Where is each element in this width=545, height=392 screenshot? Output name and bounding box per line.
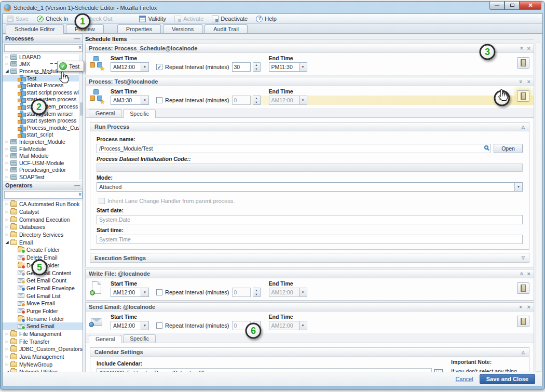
collapse-arrow-icon[interactable]: ◢: [4, 69, 10, 73]
start-time-select[interactable]: AM3:30 ▼: [111, 96, 149, 105]
repeat-interval-checkbox[interactable]: [156, 64, 162, 70]
expand-arrow-icon[interactable]: ▷: [4, 140, 10, 144]
calendar-button[interactable]: [517, 282, 529, 294]
tree-item-filemodule[interactable]: ▷FileModule: [3, 145, 83, 153]
tab-versions[interactable]: Versions: [163, 24, 202, 33]
collapse-panel-icon[interactable]: —: [74, 35, 80, 42]
expand-arrow-icon[interactable]: ▷: [4, 233, 10, 237]
collapse-panel-icon[interactable]: —: [74, 182, 80, 188]
expand-arrow-icon[interactable]: ▷: [4, 62, 10, 66]
help-button[interactable]: Help: [256, 16, 277, 22]
tree-item-file-management[interactable]: ▷File Management: [3, 330, 83, 338]
collapse-arrow-icon[interactable]: ◢: [4, 240, 10, 245]
minimize-button[interactable]: —: [489, 2, 505, 10]
dataset-code-button[interactable]: ...: [97, 164, 523, 172]
tree-item-create-folder[interactable]: Create Folder: [3, 246, 83, 254]
tab-audit-trail[interactable]: Audit Trail: [205, 24, 248, 33]
operators-panel-header[interactable]: Operators —: [3, 181, 83, 190]
start-time-select[interactable]: AM12:00 ▼: [111, 288, 149, 297]
expand-arrow-icon[interactable]: ▷: [4, 347, 10, 351]
tab-schedule-editor[interactable]: Schedule Editor: [6, 24, 64, 34]
expand-arrow-icon[interactable]: ▷: [4, 161, 10, 165]
clear-search-icon[interactable]: ×: [78, 192, 81, 197]
open-button[interactable]: Open: [494, 144, 523, 153]
chevron-down-icon[interactable]: ▼: [141, 321, 148, 330]
tree-item-procsdesign-editor[interactable]: ▷Procsdesign_editor: [3, 167, 83, 174]
tree-item-network-utilities[interactable]: ◢Network Utilities: [3, 368, 83, 372]
start-date-input[interactable]: [97, 215, 523, 224]
operators-search-input[interactable]: [4, 191, 83, 199]
chevron-down-icon[interactable]: ▼: [141, 96, 148, 104]
tab-general[interactable]: General: [89, 335, 121, 343]
expand-panel-icon[interactable]: ▽: [522, 255, 525, 260]
close-button[interactable]: ✕: [520, 2, 541, 10]
processes-panel-header[interactable]: Processes —: [3, 34, 83, 43]
deactivate-button[interactable]: Deactivate: [212, 16, 248, 22]
collapse-panel-icon[interactable]: △: [522, 125, 525, 129]
repeat-interval-input[interactable]: [232, 288, 251, 297]
expand-arrow-icon[interactable]: ▷: [4, 202, 10, 206]
calendar-button[interactable]: [517, 316, 529, 327]
include-calendar-input[interactable]: [97, 368, 432, 372]
cancel-link[interactable]: Cancel: [455, 376, 473, 382]
expand-arrow-icon[interactable]: ▷: [4, 362, 10, 367]
clear-search-icon[interactable]: ×: [78, 45, 81, 50]
validity-button[interactable]: Validity: [139, 16, 166, 22]
tree-item-command-execution[interactable]: ▷Command Execution: [3, 215, 83, 223]
start-time-input[interactable]: [97, 235, 523, 244]
tree-item-start-system-process[interactable]: start system process: [3, 117, 83, 124]
expand-arrow-icon[interactable]: ▷: [4, 168, 10, 172]
calendar-button[interactable]: [517, 90, 529, 102]
tree-item-email[interactable]: ◢Email: [3, 238, 83, 246]
tree-item-file-transfer[interactable]: ▷File Transfer: [3, 337, 83, 345]
end-time-select[interactable]: PM11:30 ▼: [269, 62, 307, 72]
tree-item-ucf-usm-module[interactable]: ▷UCF-USM-Module: [3, 159, 83, 167]
tree-item-jdbc-custom-operators[interactable]: ▷JDBC_Custom_Operators: [3, 345, 83, 353]
process-name-input[interactable]: [97, 144, 491, 153]
inherit-lane-change-checkbox[interactable]: [99, 198, 105, 204]
collapse-section-icon[interactable]: »: [519, 80, 524, 83]
tree-item-ldapad[interactable]: ▷LDAPAD: [3, 53, 83, 61]
expand-arrow-icon[interactable]: ▷: [4, 55, 10, 59]
tree-item-purge-folder[interactable]: Purge Folder: [3, 307, 83, 315]
activate-button[interactable]: Activate: [174, 16, 203, 22]
end-time-select[interactable]: AM12:00 ▼: [269, 96, 307, 105]
maximize-button[interactable]: [505, 2, 520, 10]
tree-item-ca-automated-run-book[interactable]: ▷CA Automated Run Book: [3, 200, 83, 208]
expand-arrow-icon[interactable]: ▷: [4, 147, 10, 151]
start-time-select[interactable]: AM12:00 ▼: [111, 321, 149, 330]
tree-item-test[interactable]: Test: [3, 75, 83, 82]
tree-item-global-process[interactable]: Global Process: [3, 82, 83, 89]
main-scrollbar[interactable]: [536, 43, 541, 372]
repeat-spinner[interactable]: ▲▼: [253, 288, 261, 297]
chevron-down-icon[interactable]: ▼: [514, 183, 522, 191]
collapse-section-icon[interactable]: »: [519, 272, 524, 275]
tree-item-move-email[interactable]: Move Email: [3, 300, 83, 307]
tree-item-databases[interactable]: ▷Databases: [3, 223, 83, 231]
repeat-spinner[interactable]: ▲▼: [253, 96, 261, 105]
execution-settings-bar[interactable]: Execution Settings ▽: [90, 253, 529, 263]
expand-arrow-icon[interactable]: ▷: [4, 355, 10, 359]
remove-section-icon[interactable]: ×: [527, 78, 530, 85]
save-button[interactable]: Save: [7, 16, 29, 22]
tree-item-java-management[interactable]: ▷Java Management: [3, 353, 83, 361]
chevron-down-icon[interactable]: ▼: [299, 63, 307, 71]
start-time-select[interactable]: AM12:00 ▼: [111, 62, 149, 72]
remove-section-icon[interactable]: ×: [527, 271, 530, 277]
check-in-button[interactable]: Check In: [37, 16, 68, 22]
tree-item-start-script[interactable]: start_script: [3, 131, 83, 139]
calendar-button[interactable]: [517, 57, 529, 69]
chevron-down-icon[interactable]: ▼: [141, 63, 148, 71]
expand-arrow-icon[interactable]: ▷: [4, 154, 10, 158]
repeat-interval-checkbox[interactable]: [156, 97, 162, 103]
collapse-panel-icon[interactable]: △: [522, 350, 525, 355]
tab-general[interactable]: General: [89, 109, 121, 117]
tree-item-start-script-process-wi[interactable]: start script process wi: [3, 89, 83, 96]
expand-arrow-icon[interactable]: ▷: [4, 218, 10, 222]
tab-specific[interactable]: Specific: [123, 110, 156, 118]
collapse-section-icon[interactable]: »: [519, 305, 524, 308]
tree-item-mynewgroup[interactable]: ▷MyNewGroup: [3, 360, 83, 368]
expand-arrow-icon[interactable]: ▷: [4, 175, 10, 179]
end-time-select[interactable]: AM12:00 ▼: [269, 321, 307, 330]
mode-select[interactable]: Attached ▼: [97, 182, 523, 192]
